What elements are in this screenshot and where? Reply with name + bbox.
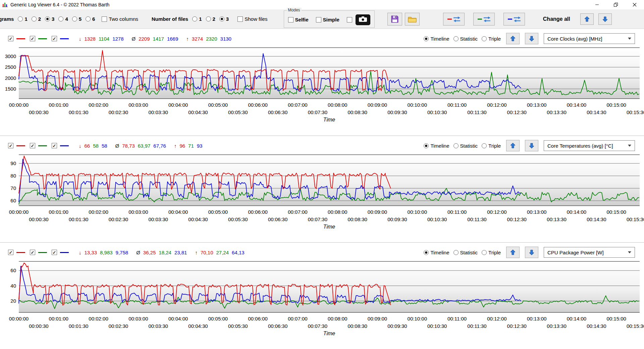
show-files-checkbox[interactable]: Show files (237, 16, 267, 22)
svg-text:00:00:00: 00:00:00 (9, 209, 29, 215)
svg-text:00:11:00: 00:11:00 (447, 102, 467, 108)
chart-canvas: 6070809000:00:0000:00:3000:01:0000:01:30… (0, 153, 644, 224)
svg-text:00:00:30: 00:00:30 (29, 216, 48, 222)
chart-panel-cpu-package-power: ↓ 13,33 8,983 9,758 Ø 36,25 18,24 23,81 … (0, 242, 644, 349)
series-red-checkbox[interactable] (8, 250, 13, 255)
svg-text:2000: 2000 (5, 75, 16, 81)
sync-blue-icon (507, 15, 522, 23)
diagrams-radio-4[interactable]: 4 (58, 16, 68, 22)
panel-move-down-button[interactable] (525, 140, 538, 151)
svg-text:00:11:00: 00:11:00 (447, 316, 467, 321)
svg-text:90: 90 (10, 160, 16, 166)
close-button[interactable] (625, 0, 644, 9)
svg-text:00:05:00: 00:05:00 (208, 102, 228, 108)
svg-text:00:08:30: 00:08:30 (347, 109, 367, 115)
app-icon (2, 2, 8, 7)
arrow-up-icon (509, 142, 516, 149)
svg-text:00:13:00: 00:13:00 (527, 209, 546, 215)
metric-dropdown[interactable]: Core Clocks (avg) [MHz] (544, 33, 635, 44)
selfie-checkbox[interactable]: Selfie (288, 17, 309, 22)
stats-avg: Ø 78,73 63,97 67,76 (115, 143, 166, 149)
svg-text:00:11:30: 00:11:30 (467, 323, 486, 329)
series-red-checkbox[interactable] (8, 36, 13, 41)
simple-checkbox[interactable]: Simple (316, 17, 339, 22)
svg-text:80: 80 (10, 173, 16, 179)
series-blue-checkbox[interactable] (52, 250, 57, 255)
panel-move-up-button[interactable] (506, 247, 520, 258)
series-green-checkbox[interactable] (30, 36, 35, 41)
triple-radio[interactable]: Triple (482, 36, 501, 42)
diagrams-radio-2[interactable]: 2 (32, 16, 41, 22)
svg-text:00:04:00: 00:04:00 (168, 209, 188, 215)
svg-text:00:01:30: 00:01:30 (69, 216, 88, 222)
series-green-checkbox[interactable] (30, 143, 35, 148)
change-green-file-button[interactable] (473, 13, 495, 26)
stats-avg: Ø 2209 1417 1669 (132, 36, 178, 42)
files-radio-1[interactable]: 1 (192, 16, 202, 22)
x-axis-title: Time (19, 224, 640, 230)
change-all-down-button[interactable] (598, 13, 612, 25)
camera-button[interactable] (356, 14, 370, 25)
svg-text:00:13:30: 00:13:30 (547, 323, 566, 329)
diagrams-radio-1[interactable]: 1 (18, 16, 27, 22)
panel-move-down-button[interactable] (525, 247, 538, 258)
triple-radio[interactable]: Triple (482, 143, 501, 149)
svg-text:00:06:00: 00:06:00 (248, 316, 267, 321)
series-blue-checkbox[interactable] (52, 143, 57, 148)
triple-radio[interactable]: Triple (482, 250, 501, 255)
panel-move-down-button[interactable] (525, 33, 538, 44)
svg-text:00:00:30: 00:00:30 (29, 109, 48, 115)
svg-text:20: 20 (10, 298, 16, 304)
series-red-checkbox[interactable] (8, 143, 13, 148)
svg-text:00:12:30: 00:12:30 (507, 216, 527, 222)
screenshot-checkbox[interactable] (347, 17, 352, 22)
metric-dropdown[interactable]: CPU Package Power [W] (544, 247, 635, 258)
series-green-swatch (38, 38, 47, 39)
statistic-radio[interactable]: Statistic (453, 143, 478, 149)
files-radio-2[interactable]: 2 (206, 16, 215, 22)
change-all-label: Change all (543, 16, 570, 22)
stats-min: ↓ 66 58 58 (79, 143, 107, 149)
svg-text:60: 60 (10, 267, 16, 273)
svg-text:00:07:30: 00:07:30 (308, 216, 327, 222)
timeline-radio[interactable]: Timeline (424, 250, 449, 255)
svg-text:00:03:30: 00:03:30 (149, 109, 168, 115)
svg-text:00:01:00: 00:01:00 (49, 316, 68, 321)
save-button[interactable] (387, 13, 402, 26)
svg-text:00:02:30: 00:02:30 (109, 216, 128, 222)
timeline-radio[interactable]: Timeline (424, 143, 449, 149)
svg-text:00:02:30: 00:02:30 (109, 323, 128, 329)
change-all-up-button[interactable] (580, 13, 594, 25)
svg-text:00:14:30: 00:14:30 (587, 323, 606, 329)
svg-text:00:13:00: 00:13:00 (527, 316, 546, 321)
stats-avg: Ø 36,25 18,24 23,81 (136, 250, 187, 255)
svg-text:00:02:00: 00:02:00 (89, 316, 108, 321)
series-green-checkbox[interactable] (30, 250, 35, 255)
number-of-files-label: Number of files (152, 16, 188, 22)
two-columns-checkbox[interactable]: Two columns (102, 16, 138, 22)
diagrams-radio-5[interactable]: 5 (72, 16, 82, 22)
change-blue-file-button[interactable] (503, 13, 525, 26)
series-stats: ↓ 13,33 8,983 9,758 Ø 36,25 18,24 23,81 … (79, 250, 253, 255)
svg-text:00:03:30: 00:03:30 (149, 216, 168, 222)
files-radio-3[interactable]: 3 (219, 16, 229, 22)
restore-button[interactable] (606, 0, 625, 9)
statistic-radio[interactable]: Statistic (453, 36, 478, 42)
panel-move-up-button[interactable] (506, 140, 520, 151)
panel-move-up-button[interactable] (506, 33, 520, 44)
timeline-radio[interactable]: Timeline (424, 36, 449, 42)
chevron-down-icon (628, 38, 631, 40)
diagrams-radio-6[interactable]: 6 (86, 16, 95, 22)
series-stats: ↓ 66 58 58 Ø 78,73 63,97 67,76 ↑ 96 71 9… (79, 143, 210, 149)
svg-text:00:02:00: 00:02:00 (89, 209, 108, 215)
svg-text:00:11:00: 00:11:00 (447, 209, 467, 215)
open-folder-button[interactable] (405, 13, 420, 26)
svg-text:00:12:00: 00:12:00 (487, 102, 506, 108)
diagrams-radio-3[interactable]: 3 (45, 16, 54, 22)
svg-text:00:01:00: 00:01:00 (49, 102, 68, 108)
series-blue-checkbox[interactable] (52, 36, 57, 41)
metric-dropdown[interactable]: Core Temperatures (avg) [°C] (544, 140, 635, 151)
change-red-file-button[interactable] (443, 13, 465, 26)
minimize-button[interactable] (588, 0, 606, 9)
statistic-radio[interactable]: Statistic (453, 250, 478, 255)
